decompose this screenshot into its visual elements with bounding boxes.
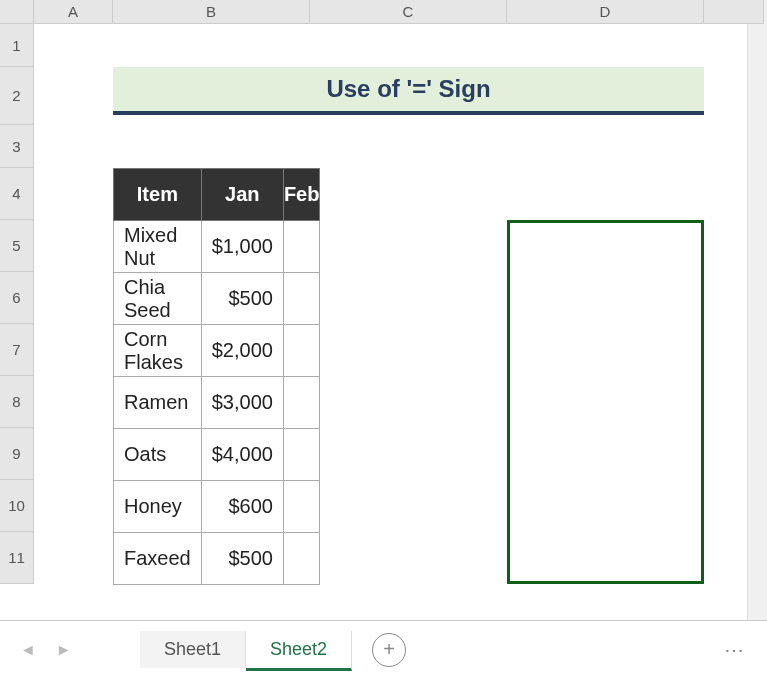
cell-feb[interactable] xyxy=(283,377,320,429)
cell-feb[interactable] xyxy=(283,533,320,585)
cell-feb[interactable] xyxy=(283,429,320,481)
cell-jan[interactable]: $600 xyxy=(201,481,283,533)
row-header-4[interactable]: 4 xyxy=(0,168,34,220)
nav-prev-icon[interactable]: ◄ xyxy=(20,641,36,659)
col-header-a[interactable]: A xyxy=(34,0,113,24)
col-header-e[interactable] xyxy=(704,0,764,24)
sheet-nav-arrows: ◄ ► xyxy=(20,641,72,659)
table-row: Mixed Nut $1,000 xyxy=(114,221,320,273)
cell-item[interactable]: Oats xyxy=(114,429,202,481)
title-banner[interactable]: Use of '=' Sign xyxy=(113,67,704,115)
cell-item[interactable]: Ramen xyxy=(114,377,202,429)
row-header-8[interactable]: 8 xyxy=(0,376,34,428)
row-header-7[interactable]: 7 xyxy=(0,324,34,376)
table-header-row: Item Jan Feb xyxy=(114,169,320,221)
plus-icon: + xyxy=(383,638,395,661)
sheet-tab-1[interactable]: Sheet1 xyxy=(140,631,246,668)
table-row: Ramen $3,000 xyxy=(114,377,320,429)
cell-feb[interactable] xyxy=(283,221,320,273)
cell-feb[interactable] xyxy=(283,273,320,325)
col-header-b[interactable]: B xyxy=(113,0,310,24)
cell-feb[interactable] xyxy=(283,325,320,377)
cell-feb[interactable] xyxy=(283,481,320,533)
vertical-scrollbar[interactable] xyxy=(747,0,767,620)
cell-jan[interactable]: $3,000 xyxy=(201,377,283,429)
selection-outline xyxy=(507,220,704,584)
cell-item[interactable]: Mixed Nut xyxy=(114,221,202,273)
table-row: Honey $600 xyxy=(114,481,320,533)
row-header-2[interactable]: 2 xyxy=(0,67,34,125)
row-header-11[interactable]: 11 xyxy=(0,532,34,584)
table-row: Corn Flakes $2,000 xyxy=(114,325,320,377)
cell-jan[interactable]: $500 xyxy=(201,273,283,325)
header-item[interactable]: Item xyxy=(114,169,202,221)
column-headers: A B C D xyxy=(0,0,764,24)
cell-jan[interactable]: $500 xyxy=(201,533,283,585)
row-header-6[interactable]: 6 xyxy=(0,272,34,324)
header-jan[interactable]: Jan xyxy=(201,169,283,221)
row-header-1[interactable]: 1 xyxy=(0,24,34,67)
row-header-10[interactable]: 10 xyxy=(0,480,34,532)
row-header-3[interactable]: 3 xyxy=(0,125,34,168)
sheet-tab-bar: ◄ ► Sheet1 Sheet2 + ⋯ xyxy=(0,620,767,678)
row-headers: 1 2 3 4 5 6 7 8 9 10 11 xyxy=(0,24,34,584)
add-sheet-button[interactable]: + xyxy=(372,633,406,667)
cell-jan[interactable]: $4,000 xyxy=(201,429,283,481)
cell-jan[interactable]: $1,000 xyxy=(201,221,283,273)
row-header-5[interactable]: 5 xyxy=(0,220,34,272)
table-row: Oats $4,000 xyxy=(114,429,320,481)
cell-jan[interactable]: $2,000 xyxy=(201,325,283,377)
table-row: Faxeed $500 xyxy=(114,533,320,585)
data-table: Item Jan Feb Mixed Nut $1,000 Chia Seed … xyxy=(113,168,320,585)
row-header-9[interactable]: 9 xyxy=(0,428,34,480)
cell-item[interactable]: Chia Seed xyxy=(114,273,202,325)
header-feb[interactable]: Feb xyxy=(283,169,320,221)
sheet-tab-2[interactable]: Sheet2 xyxy=(246,631,352,671)
cell-item[interactable]: Corn Flakes xyxy=(114,325,202,377)
select-all-corner[interactable] xyxy=(0,0,34,24)
cell-item[interactable]: Honey xyxy=(114,481,202,533)
col-header-c[interactable]: C xyxy=(310,0,507,24)
cell-item[interactable]: Faxeed xyxy=(114,533,202,585)
spreadsheet-grid: A B C D 1 2 3 4 5 6 7 8 9 10 11 Use of '… xyxy=(0,0,767,620)
tab-overflow-icon[interactable]: ⋯ xyxy=(724,638,747,662)
nav-next-icon[interactable]: ► xyxy=(56,641,72,659)
col-header-d[interactable]: D xyxy=(507,0,704,24)
table-row: Chia Seed $500 xyxy=(114,273,320,325)
